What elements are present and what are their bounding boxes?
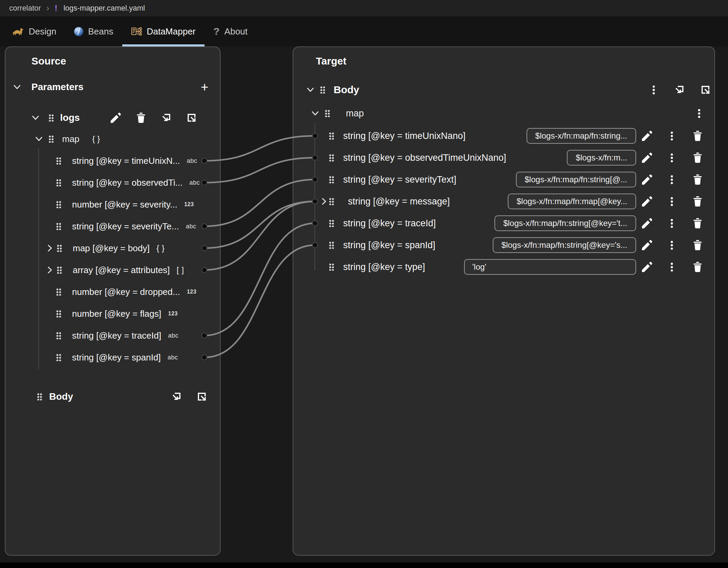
source-port[interactable] (202, 355, 207, 360)
field-menu-button[interactable] (664, 129, 679, 143)
delete-mapping-button[interactable] (690, 238, 705, 252)
field-menu-button[interactable] (664, 216, 679, 230)
edit-expression-button[interactable] (640, 151, 654, 165)
source-port[interactable] (202, 246, 207, 251)
source-field-observedTimeUnixNano[interactable]: string [@key = observedTi...abc (5, 172, 220, 194)
field-menu-button[interactable] (664, 172, 679, 187)
drag-handle-icon[interactable] (57, 244, 62, 252)
add-parameter-button[interactable]: + (197, 80, 212, 94)
drag-handle-icon[interactable] (56, 223, 61, 230)
source-field-spanId[interactable]: string [@key = spanId]abc (5, 346, 220, 368)
edit-expression-button[interactable] (640, 238, 654, 252)
tab-about[interactable]: ? About (205, 16, 256, 46)
edit-parameter-button[interactable] (109, 111, 123, 125)
delete-mapping-button[interactable] (690, 194, 705, 209)
delete-mapping-button[interactable] (690, 260, 705, 274)
chevron-down-icon[interactable] (311, 109, 319, 117)
drag-handle-icon[interactable] (48, 135, 54, 143)
drag-handle-icon[interactable] (56, 332, 61, 339)
expression-input[interactable]: $logs-x/fn:map/fn:string... (527, 128, 636, 144)
drag-handle-icon[interactable] (57, 266, 62, 274)
attach-document-button[interactable] (169, 389, 184, 404)
drag-handle-icon[interactable] (329, 132, 334, 140)
drag-handle-icon[interactable] (329, 219, 334, 227)
delete-mapping-button[interactable] (690, 129, 705, 143)
drag-handle-icon[interactable] (56, 179, 61, 186)
drag-handle-icon[interactable] (56, 354, 61, 361)
drag-handle-icon[interactable] (320, 86, 325, 94)
parameter-logs-row[interactable]: logs (5, 108, 220, 128)
drag-handle-icon[interactable] (56, 310, 61, 317)
source-map-row[interactable]: map { } (5, 129, 220, 149)
edit-expression-button[interactable] (640, 129, 654, 143)
drag-handle-icon[interactable] (56, 201, 61, 208)
drag-handle-icon[interactable] (329, 154, 334, 161)
expression-input[interactable]: 'log' (464, 259, 636, 275)
source-port[interactable] (202, 268, 207, 273)
expression-input[interactable]: $logs-x/fn:map/fn:string[@key='s... (493, 237, 636, 253)
target-field-observedTimeUnixNano[interactable]: string [@key = observedTimeUnixNano]$log… (293, 147, 714, 169)
drag-handle-icon[interactable] (329, 198, 334, 205)
delete-mapping-button[interactable] (690, 151, 705, 165)
drag-handle-icon[interactable] (329, 241, 334, 249)
source-port[interactable] (202, 180, 207, 185)
target-map-row[interactable]: map (293, 103, 714, 123)
chevron-right-icon[interactable] (46, 244, 54, 252)
source-field-severityNumber[interactable]: number [@key = severity...123 (5, 194, 220, 215)
source-field-flags[interactable]: number [@key = flags]123 (5, 303, 220, 325)
edit-expression-button[interactable] (640, 194, 654, 209)
source-field-attributes[interactable]: array [@key = attributes][ ] (5, 259, 220, 281)
field-menu-button[interactable] (664, 238, 679, 252)
field-menu-button[interactable] (664, 151, 679, 165)
target-field-severityText[interactable]: string [@key = severityText]$logs-x/fn:m… (293, 169, 714, 190)
chevron-down-icon[interactable] (31, 114, 40, 122)
edit-expression-button[interactable] (640, 216, 654, 230)
source-field-severityText[interactable]: string [@key = severityTe...abc (5, 215, 220, 237)
map-menu-button[interactable] (692, 106, 706, 120)
tab-design[interactable]: Design (3, 16, 65, 46)
source-port[interactable] (202, 158, 207, 164)
detach-document-button[interactable] (184, 111, 199, 125)
delete-mapping-button[interactable] (690, 216, 705, 230)
source-field-dropped[interactable]: number [@key = dropped...123 (5, 281, 220, 303)
delete-parameter-button[interactable] (134, 111, 148, 125)
expression-input[interactable]: $logs-x/fn:m... (567, 150, 636, 166)
drag-handle-icon[interactable] (329, 176, 334, 183)
chevron-down-icon[interactable] (35, 135, 43, 143)
target-body-row[interactable]: Body (293, 80, 714, 100)
expression-input[interactable]: $logs-x/fn:map/fn:string[@... (516, 172, 636, 187)
chevron-right-icon[interactable] (320, 197, 328, 205)
edit-expression-button[interactable] (640, 260, 654, 274)
drag-handle-icon[interactable] (56, 157, 61, 165)
target-field-traceId[interactable]: string [@key = traceId]$logs-x/fn:map/fn… (293, 212, 714, 234)
parameters-row[interactable]: Parameters + (5, 77, 220, 97)
delete-mapping-button[interactable] (690, 172, 705, 187)
drag-handle-icon[interactable] (329, 263, 334, 271)
attach-document-button[interactable] (159, 111, 173, 125)
chevron-down-icon[interactable] (13, 83, 21, 91)
breadcrumb-project[interactable]: correlator (9, 4, 41, 13)
drag-handle-icon[interactable] (48, 114, 54, 122)
tab-beans[interactable]: Beans (65, 16, 122, 46)
drag-handle-icon[interactable] (56, 288, 61, 296)
source-field-timeUnixNano[interactable]: string [@key = timeUnixN...abc (5, 150, 220, 172)
source-field-body[interactable]: map [@key = body]{ } (5, 237, 220, 259)
chevron-right-icon[interactable] (46, 266, 54, 274)
target-field-timeUnixNano[interactable]: string [@key = timeUnixNano]$logs-x/fn:m… (293, 125, 714, 147)
expression-input[interactable]: $logs-x/fn:map/fn:string[@key='t... (494, 215, 636, 231)
detach-document-button[interactable] (698, 83, 713, 97)
target-field-message[interactable]: string [@key = message]$logs-x/fn:map/fn… (293, 190, 714, 212)
field-menu-button[interactable] (664, 260, 679, 274)
target-field-spanId[interactable]: string [@key = spanId]$logs-x/fn:map/fn:… (293, 234, 714, 256)
body-menu-button[interactable] (646, 83, 661, 97)
source-port[interactable] (202, 224, 207, 229)
chevron-down-icon[interactable] (306, 86, 314, 94)
edit-expression-button[interactable] (640, 172, 654, 187)
attach-document-button[interactable] (672, 83, 687, 97)
source-port[interactable] (202, 333, 207, 338)
target-field-type[interactable]: string [@key = type]'log' (293, 256, 714, 278)
detach-document-button[interactable] (195, 389, 209, 404)
field-menu-button[interactable] (664, 194, 679, 209)
source-body-row[interactable]: Body (5, 387, 220, 407)
expression-input[interactable]: $logs-x/fn:map/fn:map[@key... (508, 194, 636, 209)
